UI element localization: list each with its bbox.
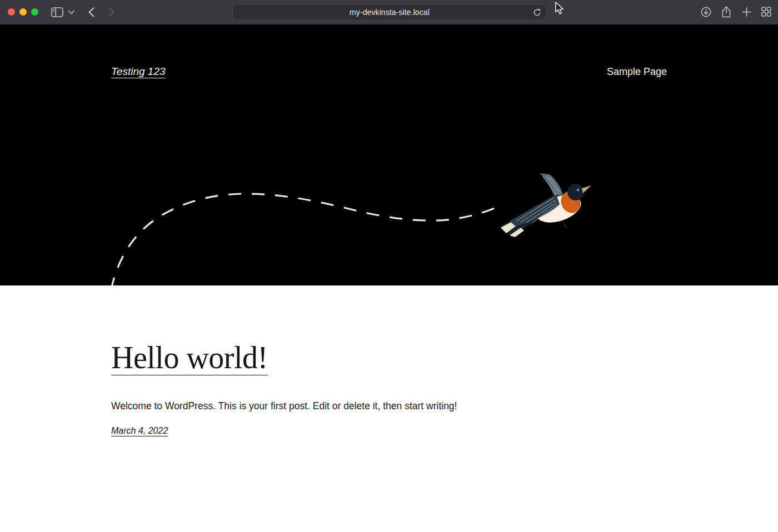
- share-icon: [721, 6, 731, 18]
- chevron-down-icon: [68, 10, 74, 14]
- grid-icon: [761, 7, 771, 17]
- address-bar[interactable]: my-devkinsta-site.local: [232, 4, 547, 21]
- sidebar-chevron-button[interactable]: [67, 8, 75, 16]
- minimize-window-button[interactable]: [19, 8, 27, 16]
- new-tab-button[interactable]: [740, 6, 752, 18]
- share-button[interactable]: [720, 6, 732, 18]
- sidebar-toggle-button[interactable]: [50, 5, 64, 19]
- reload-icon: [533, 8, 541, 17]
- bird-illustration: [496, 173, 592, 243]
- post-section: Hello world! Welcome to WordPress. This …: [0, 285, 778, 532]
- back-button[interactable]: [85, 6, 97, 18]
- sidebar-icon: [51, 7, 63, 17]
- post-excerpt: Welcome to WordPress. This is your first…: [111, 399, 667, 413]
- downloads-button[interactable]: [700, 6, 712, 18]
- site-hero: Testing 123 Sample Page: [0, 24, 778, 285]
- dashed-flight-path: [0, 24, 778, 285]
- zoom-window-button[interactable]: [31, 8, 38, 16]
- download-icon: [701, 7, 711, 17]
- post-date-link[interactable]: March 4, 2022: [111, 426, 168, 436]
- tab-overview-button[interactable]: [760, 6, 772, 18]
- chevron-right-icon: [108, 7, 114, 17]
- post-title: Hello world!: [111, 341, 667, 375]
- plus-icon: [742, 7, 751, 17]
- close-window-button[interactable]: [8, 8, 15, 16]
- chevron-left-icon: [88, 7, 94, 17]
- post-title-link[interactable]: Hello world!: [111, 341, 268, 375]
- reload-button[interactable]: [532, 7, 542, 17]
- browser-toolbar: my-devkinsta-site.local: [0, 0, 778, 24]
- forward-button[interactable]: [105, 6, 117, 18]
- url-text: my-devkinsta-site.local: [350, 8, 430, 17]
